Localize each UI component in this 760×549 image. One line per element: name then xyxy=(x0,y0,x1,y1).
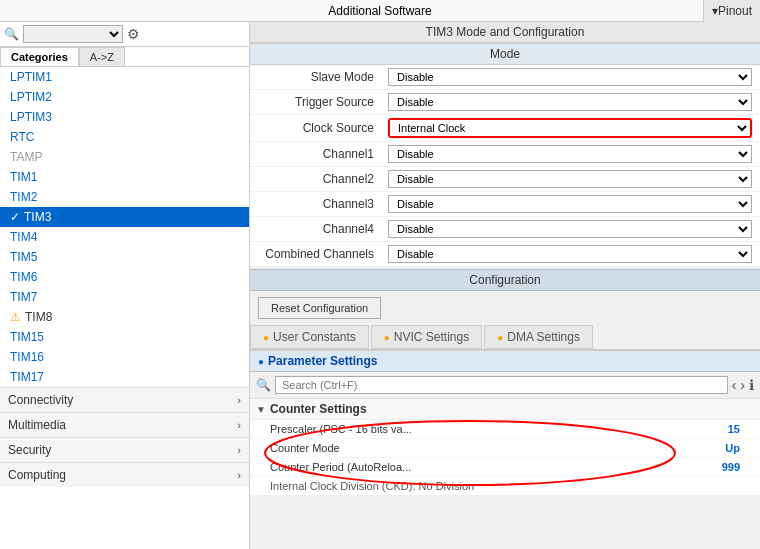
field-label: Channel4 xyxy=(250,217,380,242)
sidebar-section-computing[interactable]: Computing › xyxy=(0,462,249,487)
sidebar-item-tim5[interactable]: TIM5 xyxy=(0,247,249,267)
sidebar-tabs: Categories A->Z xyxy=(0,47,249,67)
chevron-right-icon: › xyxy=(237,394,241,406)
table-row: Trigger Source Disable xyxy=(250,90,760,115)
counter-settings-section: ▼ Counter Settings Prescaler (PSC - 16 b… xyxy=(250,399,760,495)
mode-header: Mode xyxy=(250,43,760,65)
mode-section: Mode Slave Mode Disable Trigger Source D… xyxy=(250,43,760,267)
search-icon: 🔍 xyxy=(4,27,19,41)
reset-configuration-button[interactable]: Reset Configuration xyxy=(258,297,381,319)
table-row: Channel2 Disable xyxy=(250,167,760,192)
expand-icon: ▼ xyxy=(256,404,266,415)
top-bar: Additional Software ▾ Pinout xyxy=(0,0,760,22)
channel2-select[interactable]: Disable xyxy=(388,170,752,188)
check-icon: ✓ xyxy=(10,210,20,224)
counter-items: Prescaler (PSC - 16 bits va... 15 Counte… xyxy=(250,420,760,495)
trigger-source-select[interactable]: Disable xyxy=(388,93,752,111)
main-content: TIM3 Mode and Configuration Mode Slave M… xyxy=(250,22,760,549)
info-icon: ℹ xyxy=(749,377,754,393)
sidebar-item-tim15[interactable]: TIM15 xyxy=(0,327,249,347)
list-item: Prescaler (PSC - 16 bits va... 15 xyxy=(250,420,760,439)
field-label: Clock Source xyxy=(250,115,380,142)
channel1-select[interactable]: Disable xyxy=(388,145,752,163)
content-title: TIM3 Mode and Configuration xyxy=(250,22,760,43)
tab-dma-settings[interactable]: ● DMA Settings xyxy=(484,325,593,349)
search-row: 🔍 ‹ › ℹ xyxy=(250,372,760,399)
sidebar-item-tim7[interactable]: TIM7 xyxy=(0,287,249,307)
tabs-row: ● User Constants ● NVIC Settings ● DMA S… xyxy=(250,325,760,351)
sidebar-search-select[interactable] xyxy=(23,25,123,43)
list-item: Counter Mode Up xyxy=(250,439,760,458)
search-input[interactable] xyxy=(275,376,728,394)
list-item: Internal Clock Division (CKD): No Divisi… xyxy=(250,477,760,495)
counter-header-label: Counter Settings xyxy=(270,402,367,416)
tab-dot-icon: ● xyxy=(263,332,269,343)
nav-next-button[interactable]: › xyxy=(740,377,745,393)
counter-settings-header[interactable]: ▼ Counter Settings xyxy=(250,399,760,420)
sidebar-item-lptim1[interactable]: LPTIM1 xyxy=(0,67,249,87)
gear-icon[interactable]: ⚙ xyxy=(127,26,140,42)
pinout-button[interactable]: ▾ Pinout xyxy=(703,0,760,22)
tab-user-constants[interactable]: ● User Constants xyxy=(250,325,369,349)
tab-nvic-settings[interactable]: ● NVIC Settings xyxy=(371,325,482,349)
param-tab-label: Parameter Settings xyxy=(268,354,377,368)
sidebar-search-bar: 🔍 ⚙ xyxy=(0,22,249,47)
field-label: Channel2 xyxy=(250,167,380,192)
field-label: Slave Mode xyxy=(250,65,380,90)
sidebar-item-tamp: TAMP xyxy=(0,147,249,167)
chevron-right-icon: › xyxy=(237,444,241,456)
field-label: Channel3 xyxy=(250,192,380,217)
table-row: Slave Mode Disable xyxy=(250,65,760,90)
field-label: Channel1 xyxy=(250,142,380,167)
sidebar-item-tim16[interactable]: TIM16 xyxy=(0,347,249,367)
table-row: Channel3 Disable xyxy=(250,192,760,217)
sidebar-item-tim6[interactable]: TIM6 xyxy=(0,267,249,287)
list-item: Counter Period (AutoReloa... 999 xyxy=(250,458,760,477)
table-row: Channel1 Disable xyxy=(250,142,760,167)
parameter-settings-tab[interactable]: ● Parameter Settings xyxy=(250,351,760,372)
mode-table: Slave Mode Disable Trigger Source Disabl… xyxy=(250,65,760,267)
chevron-right-icon: › xyxy=(237,469,241,481)
table-row: Clock Source Internal Clock xyxy=(250,115,760,142)
slave-mode-select[interactable]: Disable xyxy=(388,68,752,86)
table-row: Channel4 Disable xyxy=(250,217,760,242)
config-section: Configuration Reset Configuration ● User… xyxy=(250,269,760,495)
sidebar: 🔍 ⚙ Categories A->Z LPTIM1 LPTIM2 LPTIM3… xyxy=(0,22,250,549)
field-label: Trigger Source xyxy=(250,90,380,115)
sidebar-item-lptim2[interactable]: LPTIM2 xyxy=(0,87,249,107)
tab-dot-icon: ● xyxy=(497,332,503,343)
sidebar-section-connectivity[interactable]: Connectivity › xyxy=(0,387,249,412)
sidebar-section-multimedia[interactable]: Multimedia › xyxy=(0,412,249,437)
channel4-select[interactable]: Disable xyxy=(388,220,752,238)
search-icon: 🔍 xyxy=(256,378,271,392)
sidebar-item-tim3[interactable]: ✓ TIM3 xyxy=(0,207,249,227)
sidebar-item-tim17[interactable]: TIM17 xyxy=(0,367,249,387)
clock-source-select[interactable]: Internal Clock xyxy=(388,118,752,138)
tab-az[interactable]: A->Z xyxy=(79,47,125,66)
combined-channels-select[interactable]: Disable xyxy=(388,245,752,263)
sidebar-section-security[interactable]: Security › xyxy=(0,437,249,462)
additional-software-label: Additional Software xyxy=(328,4,431,18)
tab-dot-icon: ● xyxy=(384,332,390,343)
param-tab-dot-icon: ● xyxy=(258,356,264,367)
sidebar-item-rtc[interactable]: RTC xyxy=(0,127,249,147)
sidebar-item-tim1[interactable]: TIM1 xyxy=(0,167,249,187)
table-row: Combined Channels Disable xyxy=(250,242,760,267)
warning-icon: ⚠ xyxy=(10,310,21,324)
tab-categories[interactable]: Categories xyxy=(0,47,79,66)
chevron-right-icon: › xyxy=(237,419,241,431)
sidebar-item-tim2[interactable]: TIM2 xyxy=(0,187,249,207)
sidebar-item-tim4[interactable]: TIM4 xyxy=(0,227,249,247)
sidebar-item-tim8[interactable]: ⚠ TIM8 xyxy=(0,307,249,327)
sidebar-list: LPTIM1 LPTIM2 LPTIM3 RTC TAMP TIM1 TIM2 … xyxy=(0,67,249,549)
channel3-select[interactable]: Disable xyxy=(388,195,752,213)
field-label: Combined Channels xyxy=(250,242,380,267)
nav-prev-button[interactable]: ‹ xyxy=(732,377,737,393)
sidebar-item-lptim3[interactable]: LPTIM3 xyxy=(0,107,249,127)
config-header: Configuration xyxy=(250,269,760,291)
